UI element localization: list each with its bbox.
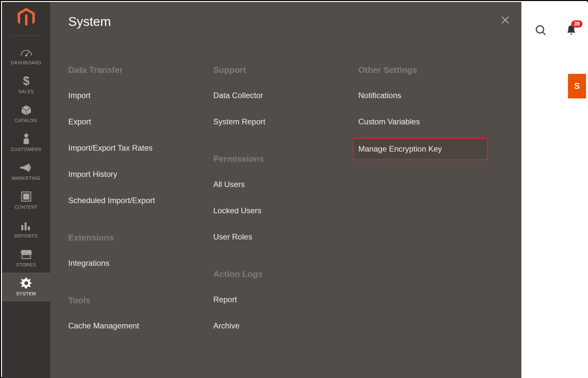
menu-notifications[interactable]: Notifications — [358, 91, 490, 100]
close-icon — [500, 15, 510, 25]
sidebar-item-label: STORES — [16, 262, 36, 267]
svg-rect-9 — [25, 222, 27, 230]
menu-import-history[interactable]: Import History — [68, 170, 200, 179]
svg-point-12 — [24, 281, 28, 285]
menu-report[interactable]: Report — [213, 295, 345, 304]
sidebar-item-stores[interactable]: STORES — [2, 244, 50, 273]
catalog-icon — [20, 104, 32, 116]
group-heading-permissions: Permissions — [213, 154, 345, 164]
content-icon — [21, 191, 32, 202]
menu-import[interactable]: Import — [68, 91, 200, 100]
magento-logo[interactable] — [18, 8, 35, 29]
sidebar-item-marketing[interactable]: MARKETING — [2, 157, 50, 186]
menu-custom-variables[interactable]: Custom Variables — [358, 117, 490, 126]
reports-icon — [21, 220, 32, 231]
dashboard-icon — [20, 46, 33, 58]
admin-sidebar: DASHBOARD $ SALES CATALOG — [2, 2, 50, 378]
megaphone-icon — [20, 162, 33, 174]
flyout-column-3: Other Settings Notifications Custom Vari… — [358, 65, 503, 347]
magento-logo-icon — [18, 8, 35, 28]
group-heading-extensions: Extensions — [68, 233, 200, 243]
group-heading-tools: Tools — [68, 295, 200, 305]
stores-icon — [20, 248, 32, 260]
menu-all-users[interactable]: All Users — [213, 180, 345, 189]
primary-action-button-fragment[interactable]: S — [568, 74, 586, 98]
svg-point-5 — [24, 134, 28, 137]
menu-archive[interactable]: Archive — [213, 321, 345, 330]
svg-rect-7 — [24, 194, 29, 199]
customers-icon — [22, 133, 30, 145]
menu-locked-users[interactable]: Locked Users — [213, 206, 345, 215]
sidebar-item-label: SYSTEM — [16, 291, 36, 296]
svg-rect-11 — [22, 255, 31, 259]
page-background — [521, 2, 588, 378]
svg-point-0 — [536, 26, 544, 33]
close-flyout-button[interactable] — [500, 15, 510, 26]
group-heading-other-settings: Other Settings — [358, 65, 490, 75]
topbar-right: 39 — [535, 24, 577, 38]
sidebar-item-label: CONTENT — [14, 204, 38, 210]
sidebar-item-dashboard[interactable]: DASHBOARD — [2, 42, 50, 71]
svg-point-3 — [26, 55, 27, 56]
menu-scheduled-import-export[interactable]: Scheduled Import/Export — [68, 196, 200, 205]
menu-cache-management[interactable]: Cache Management — [68, 321, 200, 330]
sidebar-item-customers[interactable]: CUSTOMERS — [2, 128, 50, 157]
group-heading-action-logs: Action Logs — [213, 269, 345, 279]
flyout-title: System — [68, 14, 503, 29]
sidebar-item-label: DASHBOARD — [11, 60, 41, 65]
svg-line-1 — [543, 32, 545, 35]
search-icon — [535, 24, 547, 36]
sidebar-item-system[interactable]: SYSTEM — [2, 273, 50, 302]
flyout-columns: Data Transfer Import Export Import/Expor… — [68, 65, 503, 347]
sidebar-item-label: REPORTS — [14, 233, 38, 239]
sidebar-item-catalog[interactable]: CATALOG — [2, 99, 50, 128]
system-flyout-menu: System Data Transfer Import Export Impor… — [50, 2, 521, 378]
sidebar-item-label: CATALOG — [15, 118, 37, 123]
notifications-button[interactable]: 39 — [565, 24, 577, 37]
menu-system-report[interactable]: System Report — [213, 117, 345, 126]
sidebar-divider — [11, 35, 41, 36]
search-button[interactable] — [535, 24, 547, 38]
menu-user-roles[interactable]: User Roles — [213, 232, 345, 242]
sidebar-item-label: CUSTOMERS — [11, 147, 42, 152]
sidebar-item-sales[interactable]: $ SALES — [2, 71, 50, 99]
group-heading-data-transfer: Data Transfer — [68, 65, 200, 75]
svg-text:$: $ — [23, 75, 29, 87]
dollar-icon: $ — [22, 75, 30, 87]
sidebar-item-label: MARKETING — [12, 176, 41, 181]
svg-rect-8 — [21, 225, 23, 230]
menu-export[interactable]: Export — [68, 117, 200, 126]
svg-rect-10 — [28, 226, 30, 230]
notification-badge: 39 — [571, 20, 582, 28]
highlighted-menu-item: Manage Encryption Key — [353, 138, 488, 160]
sidebar-item-content[interactable]: CONTENT — [2, 186, 50, 215]
menu-manage-encryption-key[interactable]: Manage Encryption Key — [358, 144, 482, 154]
sidebar-item-label: SALES — [18, 89, 34, 94]
menu-import-export-tax-rates[interactable]: Import/Export Tax Rates — [68, 143, 200, 153]
menu-data-collector[interactable]: Data Collector — [213, 91, 345, 100]
gear-icon — [20, 277, 32, 289]
flyout-column-2: Support Data Collector System Report Per… — [213, 65, 358, 347]
group-heading-support: Support — [213, 65, 345, 75]
menu-integrations[interactable]: Integrations — [68, 259, 200, 268]
sidebar-item-reports[interactable]: REPORTS — [2, 215, 50, 244]
flyout-column-1: Data Transfer Import Export Import/Expor… — [68, 65, 213, 347]
